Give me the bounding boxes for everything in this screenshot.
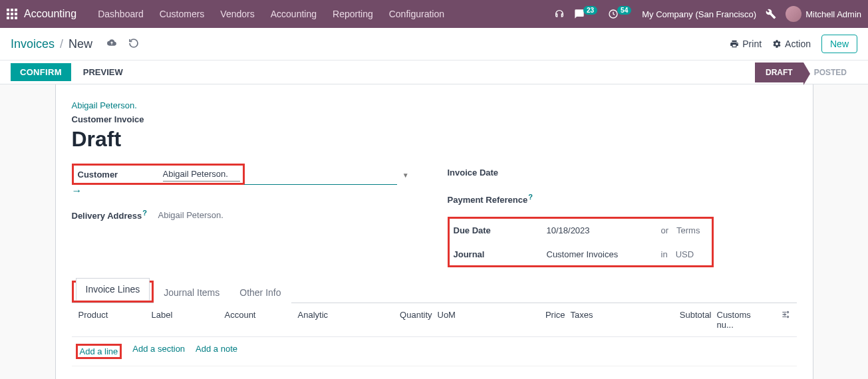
col-uom: UoM	[435, 310, 482, 330]
col-taxes: Taxes	[568, 310, 628, 330]
invoice-date-label: Invoice Date	[448, 168, 547, 178]
customer-label: Customer	[76, 170, 163, 180]
preview-button[interactable]: PREVIEW	[83, 67, 123, 77]
status-bar: CONFIRM PREVIEW DRAFT POSTED	[0, 61, 868, 84]
user-menu[interactable]: Mitchell Admin	[786, 6, 861, 22]
tab-journal-items[interactable]: Journal Items	[154, 281, 229, 303]
doc-title: Draft	[72, 127, 797, 152]
debug-icon[interactable]	[766, 9, 776, 19]
messages-badge: 23	[583, 6, 597, 15]
highlight-add-line: Add a line	[76, 344, 122, 359]
nav-item-customers[interactable]: Customers	[160, 9, 205, 19]
discard-icon[interactable]	[128, 38, 139, 51]
svg-rect-5	[15, 13, 17, 15]
payment-ref-label: Payment Reference?	[448, 193, 547, 205]
form-tabs: Invoice Lines Journal Items Other Info	[72, 281, 797, 303]
svg-rect-6	[7, 17, 9, 19]
svg-point-14	[787, 316, 788, 317]
col-product: Product	[76, 310, 149, 330]
col-label: Label	[149, 310, 222, 330]
breadcrumb-current: New	[69, 37, 92, 51]
breadcrumb-sep: /	[60, 37, 63, 51]
col-quantity: Quantity	[382, 310, 435, 330]
columns-config-icon[interactable]	[773, 310, 793, 330]
gear-icon	[772, 39, 782, 49]
highlight-customer: Customer	[72, 164, 245, 185]
activities-icon[interactable]: 54	[608, 9, 633, 19]
customer-caret-icon[interactable]: ▼	[400, 172, 412, 179]
confirm-button[interactable]: CONFIRM	[11, 63, 71, 81]
svg-rect-2	[15, 9, 17, 11]
avatar	[786, 6, 801, 22]
customer-input[interactable]	[163, 167, 240, 182]
svg-rect-3	[7, 13, 9, 15]
nav-item-vendors[interactable]: Vendors	[220, 9, 254, 19]
form-sheet: Abigail Peterson. Customer Invoice Draft…	[55, 84, 813, 379]
due-or: or	[661, 225, 669, 235]
breadcrumb: Invoices / New	[11, 37, 92, 51]
doc-type: Customer Invoice	[72, 114, 797, 124]
apps-icon	[7, 9, 17, 19]
due-date-label: Due Date	[454, 225, 547, 235]
svg-rect-0	[7, 9, 9, 11]
status-stages: DRAFT POSTED	[755, 63, 857, 82]
company-switcher[interactable]: My Company (San Francisco)	[642, 9, 756, 19]
svg-rect-1	[11, 9, 13, 11]
new-button[interactable]: New	[821, 35, 857, 53]
breadcrumb-root[interactable]: Invoices	[11, 37, 55, 51]
activities-badge: 54	[617, 6, 631, 15]
currency-value[interactable]: USD	[676, 249, 694, 259]
col-customs: Customs nu...	[714, 310, 773, 330]
support-icon[interactable]	[554, 9, 565, 19]
highlight-due-journal: Due Date 10/18/2023 or Terms Journal Cus…	[448, 217, 714, 267]
col-account: Account	[222, 310, 295, 330]
nav-menu: Dashboard Customers Vendors Accounting R…	[98, 9, 444, 19]
stage-draft[interactable]: DRAFT	[755, 63, 803, 82]
highlight-lines-tab: Invoice Lines	[72, 281, 154, 303]
svg-rect-7	[11, 17, 13, 19]
print-icon	[730, 39, 739, 49]
user-name: Mitchell Admin	[805, 9, 861, 19]
main-navbar: Accounting Dashboard Customers Vendors A…	[0, 0, 868, 28]
svg-rect-8	[15, 17, 17, 19]
nav-item-accounting[interactable]: Accounting	[271, 9, 317, 19]
customer-open-icon[interactable]: →	[72, 185, 82, 196]
add-line-button[interactable]: Add a line	[80, 346, 118, 356]
delivery-value[interactable]: Abigail Peterson.	[158, 210, 421, 220]
print-button[interactable]: Print	[730, 39, 762, 49]
journal-value[interactable]: Customer Invoices	[547, 249, 653, 259]
help-icon[interactable]: ?	[142, 209, 147, 217]
tab-other-info[interactable]: Other Info	[229, 281, 291, 303]
nav-brand[interactable]: Accounting	[24, 8, 76, 20]
delivery-label: Delivery Address?	[72, 209, 158, 221]
journal-label: Journal	[454, 249, 547, 259]
help-icon[interactable]: ?	[528, 193, 533, 201]
nav-item-configuration[interactable]: Configuration	[389, 9, 444, 19]
journal-in: in	[661, 249, 668, 259]
col-price: Price	[482, 310, 568, 330]
action-button[interactable]: Action	[772, 39, 811, 49]
col-subtotal: Subtotal	[628, 310, 714, 330]
add-note-button[interactable]: Add a note	[196, 344, 237, 359]
svg-rect-4	[11, 13, 13, 15]
stage-posted[interactable]: POSTED	[803, 63, 857, 82]
invoice-lines-grid: Product Label Account Analytic Quantity …	[72, 303, 797, 366]
svg-point-13	[787, 311, 788, 313]
partner-link[interactable]: Abigail Peterson.	[72, 100, 137, 110]
cloud-save-icon[interactable]	[106, 38, 118, 51]
col-analytic: Analytic	[295, 310, 382, 330]
messages-icon[interactable]: 23	[574, 9, 599, 19]
apps-menu[interactable]: Accounting	[7, 8, 90, 20]
tab-invoice-lines[interactable]: Invoice Lines	[76, 278, 150, 301]
nav-item-dashboard[interactable]: Dashboard	[98, 9, 144, 19]
payment-terms[interactable]: Terms	[676, 225, 700, 235]
nav-item-reporting[interactable]: Reporting	[333, 9, 373, 19]
add-section-button[interactable]: Add a section	[132, 344, 185, 359]
control-panel: Invoices / New Print Action New	[0, 28, 868, 61]
due-date-value[interactable]: 10/18/2023	[547, 225, 653, 235]
